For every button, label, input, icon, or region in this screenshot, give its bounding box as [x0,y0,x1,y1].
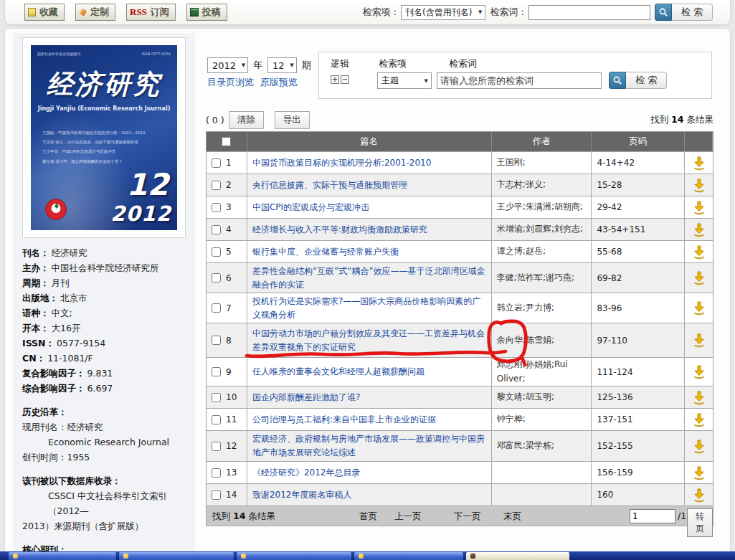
article-authors: 钟宁桦; [497,412,526,426]
row-checkbox[interactable] [212,303,221,313]
original-preview-link[interactable]: 原版预览 [260,76,298,89]
info-label: 刊名： [22,245,49,260]
taskbar-window-button[interactable] [119,552,234,560]
row-checkbox[interactable] [212,442,221,451]
form-term-input[interactable] [437,72,602,89]
download-button[interactable] [685,462,713,483]
row-checkbox[interactable] [212,181,221,190]
journal-issue-page: 收藏 定制 RSS 订阅 投稿 检索项 : 刊名(含曾用刊名) 检索词 : [0,0,735,560]
taskbar-active-window-button[interactable] [466,552,569,560]
article-title-link[interactable]: 《经济研究》2012年总目录 [252,466,361,480]
table-row: 14致谢2012年度匿名审稿人160 [207,484,713,506]
customize-label: 定制 [90,6,109,19]
info-value: 中国社会科学院经济研究所 [52,260,159,275]
search-input[interactable] [528,5,650,20]
year-select[interactable]: 2012 [207,57,248,73]
download-button[interactable] [685,323,713,357]
table-row: 1中国货币政策目标的实现机理分析:2001-2010王国刚;4-14+42 [207,152,713,174]
download-button[interactable] [685,409,713,430]
article-title-link[interactable]: 中国货币政策目标的实现机理分析:2001-2010 [252,156,431,170]
row-checkbox[interactable] [212,158,221,168]
download-button[interactable] [685,152,713,174]
article-title-link[interactable]: 宏观经济、政府规制与房地产市场发展——政策调控与中国房地产市场发展研究论坛综述 [252,432,486,459]
add-condition-button[interactable]: + [331,75,339,84]
article-title-link[interactable]: 中国CPI的宏观成分与宏观冲击 [252,201,369,214]
info-label: 开本： [22,321,49,336]
section-line: CSSCI 中文社会科学引文索引（2012— [22,488,186,518]
article-title-link[interactable]: 中国劳动力市场的户籍分割效应及其变迁——工资差异与机会差异双重视角下的实证研究 [252,327,486,353]
table-row: 8中国劳动力市场的户籍分割效应及其变迁——工资差异与机会差异双重视角下的实证研究… [207,323,713,358]
row-checkbox[interactable] [212,415,221,424]
download-button[interactable] [685,174,713,196]
info-value: 11-1081/F [47,351,93,366]
article-title-link[interactable]: 公司治理与员工福利:来自中国非上市企业的证据 [252,413,436,427]
search-field-select[interactable]: 刊名(含曾用刊名) [401,5,485,20]
remove-condition-button[interactable]: − [341,75,349,84]
magnifier-icon [655,4,672,21]
page-number-input[interactable] [630,509,675,523]
search-button[interactable]: 检 索 [655,4,713,21]
page-total-label: /1 [678,511,686,521]
prev-page-link[interactable]: 上一页 [394,511,422,523]
row-checkbox[interactable] [212,336,221,345]
section-line: 创刊时间：1955 [22,450,186,465]
first-page-link[interactable]: 首页 [359,511,377,523]
article-title-link[interactable]: 央行信息披露、实际干预与通胀预期管理 [252,179,407,192]
article-title-link[interactable]: 差异性金融结构“互嵌”式“耦合”效应——基于泛北部湾区域金融合作的实证 [252,265,486,291]
row-checkbox[interactable] [212,203,221,212]
download-button[interactable] [685,293,713,323]
next-page-link[interactable]: 下一页 [454,511,481,523]
row-checkbox[interactable] [212,273,221,283]
article-title-link[interactable]: 致谢2012年度匿名审稿人 [252,488,352,502]
export-button[interactable]: 导出 [275,111,310,129]
form-search-button[interactable]: 检 索 [609,72,667,89]
taskbar-window-button[interactable] [237,552,351,560]
download-button[interactable] [685,386,713,408]
subscribe-label: 订阅 [151,6,169,19]
info-value: 经济研究 [52,245,87,260]
download-button[interactable] [685,431,713,461]
info-value: 月刊 [52,275,70,290]
download-button[interactable] [685,196,713,218]
article-title-link[interactable]: 任人唯亲的董事会文化和经理人超额薪酬问题 [252,365,425,379]
customize-button[interactable]: 定制 [75,4,115,21]
article-title-link[interactable]: 经济增长与收入不平等:财政均衡激励政策研究 [252,223,427,237]
download-button[interactable] [685,241,713,262]
row-number: 10 [226,392,237,402]
info-label: ISSN： [22,336,54,351]
download-button[interactable] [685,219,713,240]
download-button[interactable] [685,263,713,293]
info-label: 综合影响因子： [22,381,85,396]
taskbar-window-button[interactable] [9,552,116,560]
clear-button[interactable]: 清除 [229,111,264,129]
last-page-link[interactable]: 末页 [503,511,521,523]
table-row: 9任人唯亲的董事会文化和经理人超额薪酬问题郑志刚;孙娟娟;Rui Oliver;… [207,358,713,386]
row-checkbox[interactable] [212,393,221,402]
os-taskbar [0,551,735,560]
row-checkbox[interactable] [212,468,221,478]
issue-select[interactable]: 12 [267,57,297,73]
form-field-select[interactable]: 主题 [377,72,432,89]
row-checkbox[interactable] [212,490,221,500]
article-title-link[interactable]: 国企内部薪酬差距激励了谁? [252,391,360,404]
article-title-link[interactable]: 银行集中度、企业储蓄与经常账户失衡 [252,245,399,259]
row-checkbox[interactable] [212,225,221,234]
article-pages: 111-124 [597,367,632,377]
article-title-link[interactable]: 投机行为还是实际需求?——国际大宗商品价格影响因素的广义视角分析 [252,295,486,321]
row-number: 14 [226,490,237,500]
row-checkbox[interactable] [212,367,221,376]
table-header-row: 篇名作者页码 [207,132,713,152]
go-to-page-button[interactable]: 转页 [687,508,713,537]
download-button[interactable] [685,358,713,386]
select-all-checkbox[interactable] [222,137,231,146]
row-number: 6 [226,273,232,283]
favorite-button[interactable]: 收藏 [24,4,65,21]
row-checkbox[interactable] [212,247,221,257]
download-icon [692,390,706,405]
toc-browse-link[interactable]: 目录页浏览 [207,76,254,89]
taskbar-window-button[interactable] [354,552,463,560]
cover-top-left-text: 国家社会科学基金资助期刊 [37,52,80,56]
download-button[interactable] [685,484,713,506]
submit-article-button[interactable]: 投稿 [186,4,227,21]
rss-subscribe-button[interactable]: RSS 订阅 [126,4,176,21]
